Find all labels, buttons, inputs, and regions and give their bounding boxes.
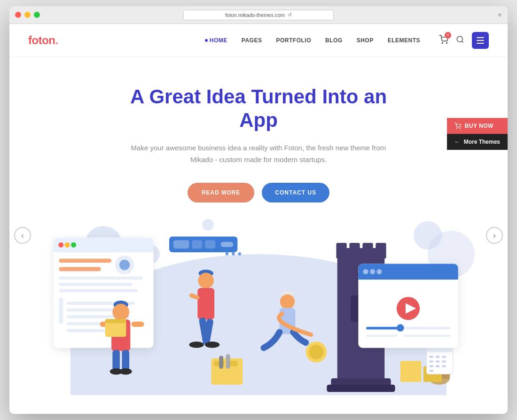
decorative-circle-5 [202, 219, 214, 231]
svg-line-3 [462, 41, 463, 42]
svg-rect-57 [336, 243, 346, 259]
site-header: foton. HOME PAGES PORTFOLIO BLOG SHOP [9, 24, 508, 57]
nav-blog[interactable]: BLOG [325, 37, 343, 44]
svg-point-0 [442, 42, 443, 43]
svg-point-9 [71, 242, 76, 248]
hero-title: A Great Idea Turned Into an App [127, 85, 390, 132]
more-themes-button[interactable]: ← More Themes [447, 134, 508, 150]
cart-icon [454, 123, 461, 129]
svg-rect-59 [362, 243, 373, 259]
floating-buttons: BUY NOW ← More Themes [447, 118, 508, 150]
window-controls [15, 12, 40, 18]
svg-rect-36 [192, 240, 202, 249]
svg-rect-37 [205, 240, 215, 249]
contact-us-button[interactable]: CONTACT US [262, 183, 329, 202]
svg-point-1 [446, 42, 447, 43]
url-text: foton.mikado-themes.com [225, 12, 285, 18]
nav-active-indicator [205, 39, 208, 42]
nav-elements[interactable]: ELEMENTS [388, 37, 420, 44]
svg-rect-35 [173, 240, 189, 249]
main-nav: HOME PAGES PORTFOLIO BLOG SHOP ELEMENTS [205, 37, 420, 44]
nav-pages[interactable]: PAGES [242, 37, 262, 44]
svg-point-91 [376, 269, 382, 274]
svg-rect-11 [59, 267, 101, 271]
slider-next-button[interactable]: › [486, 227, 503, 244]
hamburger-button[interactable] [472, 32, 489, 49]
address-bar[interactable]: foton.mikado-themes.com ↺ [183, 10, 334, 20]
svg-point-22 [119, 259, 130, 270]
new-tab-button[interactable]: + [498, 11, 502, 19]
read-more-button[interactable]: READ MORE [188, 183, 254, 202]
decorative-circle-1 [85, 226, 122, 264]
header-icons: 0 [439, 32, 489, 49]
hero-buttons: READ MORE CONTACT US [127, 183, 390, 202]
svg-point-7 [58, 242, 63, 248]
maximize-button[interactable] [34, 12, 40, 18]
mac-window: foton.mikado-themes.com ↺ + foton. HOME … [9, 6, 508, 414]
hero-blob [70, 254, 446, 395]
search-button[interactable] [456, 35, 464, 46]
cart-button[interactable]: 0 [439, 35, 448, 46]
svg-rect-58 [349, 243, 360, 259]
decorative-circle-2 [141, 245, 160, 264]
svg-point-2 [457, 36, 462, 42]
arrow-left-icon: ← [454, 139, 460, 145]
reload-icon[interactable]: ↺ [288, 12, 292, 18]
svg-point-100 [460, 128, 460, 129]
logo-dot: . [55, 34, 58, 47]
hero-section: ‹ › A Great Idea Turned Into an App Make… [9, 57, 508, 414]
svg-rect-38 [221, 241, 234, 247]
illustration-area [28, 217, 489, 395]
nav-portfolio[interactable]: PORTFOLIO [276, 37, 311, 44]
svg-point-21 [115, 255, 134, 274]
svg-point-99 [456, 128, 457, 129]
titlebar: foton.mikado-themes.com ↺ + [9, 6, 508, 24]
website-content: foton. HOME PAGES PORTFOLIO BLOG SHOP [9, 24, 508, 414]
svg-rect-34 [169, 236, 237, 252]
nav-shop[interactable]: SHOP [357, 37, 374, 44]
cart-count: 0 [445, 32, 451, 39]
svg-rect-60 [376, 243, 386, 259]
decorative-circle-4 [428, 231, 475, 278]
close-button[interactable] [15, 12, 21, 18]
slider-prev-button[interactable]: ‹ [14, 227, 31, 244]
nav-home[interactable]: HOME [205, 37, 227, 44]
minimize-button[interactable] [24, 12, 31, 18]
hero-subtitle: Make your awesome business idea a realit… [127, 142, 390, 166]
site-logo[interactable]: foton. [28, 34, 58, 47]
svg-point-8 [65, 242, 70, 248]
svg-rect-15 [59, 297, 63, 324]
hero-content: A Great Idea Turned Into an App Make you… [127, 85, 390, 202]
buy-now-button[interactable]: BUY NOW [447, 118, 508, 134]
